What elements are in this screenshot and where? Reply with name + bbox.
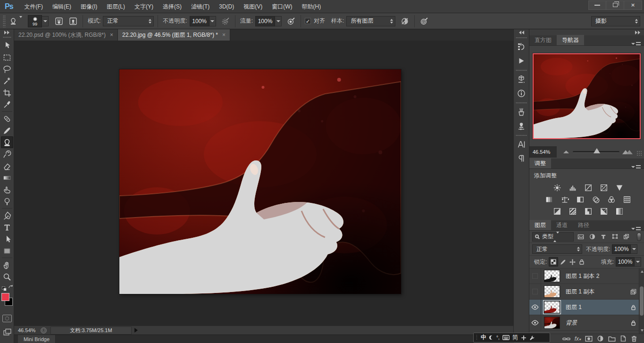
photo-filter-button[interactable]: [590, 194, 602, 204]
gradient-map-button[interactable]: [598, 206, 610, 216]
lock-transparent-pixels-button[interactable]: [549, 257, 558, 267]
menu-image[interactable]: 图像(I): [76, 0, 102, 13]
toggle-clone-source-panel-button[interactable]: [67, 16, 79, 27]
eraser-tool[interactable]: [1, 160, 13, 172]
tab-paths[interactable]: 路径: [573, 220, 594, 230]
brush-panel-button[interactable]: [514, 105, 528, 119]
navigator-zoom-slider[interactable]: [573, 151, 619, 153]
filter-type-layers-button[interactable]: [599, 234, 608, 240]
pressure-opacity-button[interactable]: [220, 16, 231, 27]
zoom-tool[interactable]: [1, 271, 13, 283]
layer-name[interactable]: 背景: [562, 319, 628, 327]
navigator-zoom-input[interactable]: 46.54%: [529, 146, 557, 158]
panel-resize-grip[interactable]: [636, 151, 642, 156]
workspace-select[interactable]: 摄影: [591, 16, 640, 26]
exposure-button[interactable]: [598, 183, 610, 192]
opacity-input[interactable]: 100%: [190, 16, 209, 26]
layer-row[interactable]: 图层 1 副本: [529, 284, 644, 300]
curves-button[interactable]: [583, 183, 594, 192]
document-tab-2[interactable]: 22.20.jpg @ 46.5% (图层 1, RGB/8*) * ×: [118, 29, 230, 41]
visibility-toggle[interactable]: [529, 268, 541, 284]
lasso-tool[interactable]: [1, 63, 13, 75]
swap-colors-icon[interactable]: [8, 284, 13, 290]
layer-row[interactable]: 图层 1 副本 2: [529, 268, 644, 284]
black-white-button[interactable]: [575, 194, 586, 204]
rectangular-marquee-tool[interactable]: [1, 51, 13, 63]
strip-expand-button[interactable]: [514, 29, 529, 35]
layer-name[interactable]: 图层 1: [562, 303, 628, 311]
eyedropper-tool[interactable]: [1, 99, 13, 110]
filter-adjustment-layers-button[interactable]: [588, 233, 596, 240]
vibrance-button[interactable]: [614, 183, 625, 192]
screen-mode-button[interactable]: [2, 328, 12, 336]
slider-thumb[interactable]: [594, 148, 600, 153]
magic-wand-tool[interactable]: [1, 75, 13, 87]
toolbar-collapse-button[interactable]: [0, 29, 14, 35]
toggle-brush-panel-button[interactable]: [53, 16, 65, 27]
visibility-toggle[interactable]: [529, 284, 541, 300]
history-panel-button[interactable]: [514, 40, 528, 54]
quick-mask-button[interactable]: [2, 315, 12, 322]
ignore-adjustment-layers-button[interactable]: [399, 16, 410, 27]
link-layers-icon[interactable]: [562, 335, 570, 342]
color-balance-button[interactable]: [559, 194, 570, 204]
smudge-tool[interactable]: [1, 184, 13, 195]
layer-name[interactable]: 图层 1 副本 2: [562, 272, 628, 280]
layer-filter-type-select[interactable]: 类型: [532, 232, 574, 242]
menu-help[interactable]: 帮助(H): [297, 0, 326, 13]
lock-image-pixels-button[interactable]: [558, 257, 568, 267]
document-tab-1[interactable]: 22.20.psd @ 100% (水滴, RGB/8*) ×: [14, 29, 118, 41]
character-panel-button[interactable]: [514, 137, 528, 151]
new-layer-icon[interactable]: [620, 335, 627, 342]
move-tool[interactable]: [1, 40, 13, 51]
tab-navigator[interactable]: 导航器: [557, 35, 584, 45]
tab-close-icon[interactable]: ×: [222, 32, 226, 38]
menu-type[interactable]: 文字(Y): [130, 0, 158, 13]
layer-fill-input[interactable]: 100%: [616, 257, 635, 267]
layer-blend-mode-select[interactable]: 正常: [532, 244, 582, 254]
tab-adjustments[interactable]: 调整: [529, 158, 551, 168]
paragraph-panel-button[interactable]: [514, 151, 528, 166]
canvas-area[interactable]: [14, 41, 513, 326]
tab-layers[interactable]: 图层: [529, 220, 551, 230]
crop-tool[interactable]: [1, 87, 13, 99]
pen-tool[interactable]: [1, 209, 13, 221]
gradient-tool[interactable]: [1, 172, 13, 184]
history-brush-tool[interactable]: [1, 148, 13, 160]
menu-3d[interactable]: 3D(D): [214, 0, 239, 13]
menu-layer[interactable]: 图层(L): [102, 0, 130, 13]
lock-position-button[interactable]: [568, 257, 577, 267]
type-tool[interactable]: [1, 221, 13, 233]
properties-panel-button[interactable]: [514, 72, 528, 86]
minimize-button[interactable]: [588, 0, 606, 10]
filter-pixel-layers-button[interactable]: [577, 233, 585, 241]
status-zoom-input[interactable]: 46.54%: [14, 327, 39, 333]
tab-close-icon[interactable]: ×: [110, 32, 113, 38]
brightness-contrast-button[interactable]: [552, 183, 563, 192]
threshold-button[interactable]: [583, 206, 594, 216]
ime-punctuation-button[interactable]: °,: [496, 335, 500, 340]
lock-all-button[interactable]: [577, 257, 586, 267]
menu-window[interactable]: 窗口(W): [267, 0, 297, 13]
layer-thumbnail[interactable]: [544, 285, 560, 298]
brush-picker-arrow[interactable]: [42, 16, 49, 26]
panel-menu-button[interactable]: [628, 165, 644, 168]
hand-tool[interactable]: [1, 259, 13, 271]
flow-input[interactable]: 100%: [255, 16, 275, 26]
status-flyout-arrow-icon[interactable]: [134, 328, 138, 333]
brush-preset-picker[interactable]: 99: [28, 15, 49, 27]
flow-dropdown-button[interactable]: [275, 16, 282, 26]
ime-keyboard-icon[interactable]: [502, 335, 510, 340]
brush-tool[interactable]: [1, 125, 13, 136]
invert-button[interactable]: [552, 206, 563, 216]
menu-select[interactable]: 选择(S): [158, 0, 186, 13]
ime-language-button[interactable]: 中: [481, 334, 486, 342]
selective-color-button[interactable]: [614, 206, 625, 216]
layer-thumbnail[interactable]: [544, 301, 560, 313]
layer-thumbnail[interactable]: [544, 270, 560, 282]
panel-menu-button[interactable]: [628, 42, 644, 45]
layer-thumbnail[interactable]: [544, 317, 560, 329]
layer-list-scrollbar[interactable]: [639, 268, 644, 334]
healing-brush-tool[interactable]: [1, 113, 13, 125]
path-selection-tool[interactable]: [1, 233, 13, 245]
